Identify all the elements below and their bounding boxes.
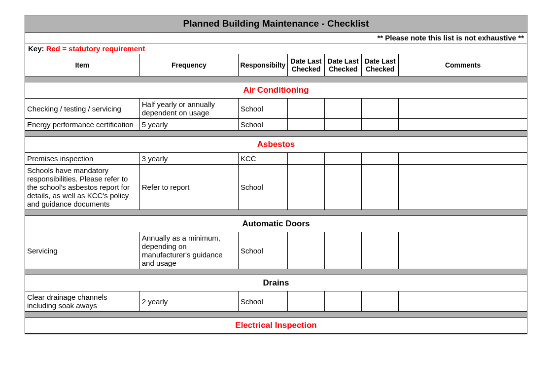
cell-comments — [399, 165, 527, 210]
cell-d1 — [288, 99, 325, 119]
cell-comments — [399, 153, 527, 165]
cell-item: Premises inspection — [25, 153, 139, 165]
cell-frequency: Half yearly or annually dependent on usa… — [139, 99, 238, 119]
cell-responsibility: KCC — [238, 153, 287, 165]
cell-d2 — [325, 99, 362, 119]
section-spacer — [25, 312, 527, 318]
cell-d1 — [288, 291, 325, 312]
header-comments: Comments — [399, 54, 527, 76]
cell-d3 — [362, 119, 399, 131]
cell-item: Clear drainage channels including soak a… — [25, 291, 139, 312]
cell-responsibility: School — [238, 165, 287, 210]
cell-comments — [399, 119, 527, 131]
header-frequency: Frequency — [139, 54, 238, 76]
page-title: Planned Building Maintenance - Checklist — [25, 15, 527, 33]
cell-responsibility: School — [238, 99, 287, 119]
table-row: Premises inspection3 yearlyKCC — [25, 153, 527, 165]
cell-d1 — [288, 153, 325, 165]
section-title: Electrical Inspection — [25, 318, 527, 334]
key-label: Key: — [28, 44, 46, 53]
note-row: ** Please note this list is not exhausti… — [25, 33, 527, 43]
cell-frequency: 5 yearly — [139, 119, 238, 131]
table-row: ServicingAnnually as a minimum, dependin… — [25, 232, 527, 269]
cell-frequency: Refer to report — [139, 165, 238, 210]
cell-item: Servicing — [25, 232, 139, 269]
section-spacer — [25, 131, 527, 137]
table-body: Air ConditioningChecking / testing / ser… — [25, 76, 527, 334]
cell-d1 — [288, 232, 325, 269]
cell-d3 — [362, 165, 399, 210]
cell-d2 — [325, 165, 362, 210]
key-row: Key: Red = statutory requirement — [25, 43, 527, 54]
cell-d2 — [325, 232, 362, 269]
section-spacer — [25, 269, 527, 275]
key-red-text: Red = statutory requirement — [46, 44, 145, 53]
checklist-table: Item Frequency Responsibilty Date Last C… — [25, 54, 527, 334]
cell-d1 — [288, 119, 325, 131]
cell-d3 — [362, 99, 399, 119]
cell-d2 — [325, 119, 362, 131]
cell-comments — [399, 99, 527, 119]
cell-item: Schools have mandatory responsibilities.… — [25, 165, 139, 210]
cell-comments — [399, 232, 527, 269]
section-title: Drains — [25, 275, 527, 291]
header-row: Item Frequency Responsibilty Date Last C… — [25, 54, 527, 76]
cell-frequency: Annually as a minimum, depending on manu… — [139, 232, 238, 269]
cell-responsibility: School — [238, 119, 287, 131]
section-title: Asbestos — [25, 137, 527, 153]
table-row: Clear drainage channels including soak a… — [25, 291, 527, 312]
cell-d3 — [362, 232, 399, 269]
cell-d2 — [325, 291, 362, 312]
section-header: Drains — [25, 275, 527, 291]
header-item: Item — [25, 54, 139, 76]
section-header: Asbestos — [25, 137, 527, 153]
cell-d2 — [325, 153, 362, 165]
cell-responsibility: School — [238, 291, 287, 312]
section-spacer — [25, 76, 527, 82]
cell-item: Checking / testing / servicing — [25, 99, 139, 119]
table-row: Schools have mandatory responsibilities.… — [25, 165, 527, 210]
checklist-document: Planned Building Maintenance - Checklist… — [25, 15, 527, 334]
cell-d1 — [288, 165, 325, 210]
header-date2: Date Last Checked — [325, 54, 362, 76]
cell-comments — [399, 291, 527, 312]
cell-d3 — [362, 153, 399, 165]
cell-frequency: 3 yearly — [139, 153, 238, 165]
section-header: Air Conditioning — [25, 82, 527, 99]
header-date3: Date Last Checked — [362, 54, 399, 76]
section-header: Automatic Doors — [25, 216, 527, 232]
section-spacer — [25, 210, 527, 216]
section-title: Air Conditioning — [25, 82, 527, 99]
cell-item: Energy performance certification — [25, 119, 139, 131]
table-row: Energy performance certification5 yearly… — [25, 119, 527, 131]
cell-d3 — [362, 291, 399, 312]
section-header: Electrical Inspection — [25, 318, 527, 334]
cell-responsibility: School — [238, 232, 287, 269]
header-responsibility: Responsibilty — [238, 54, 287, 76]
header-date1: Date Last Checked — [288, 54, 325, 76]
cell-frequency: 2 yearly — [139, 291, 238, 312]
section-title: Automatic Doors — [25, 216, 527, 232]
table-row: Checking / testing / servicingHalf yearl… — [25, 99, 527, 119]
